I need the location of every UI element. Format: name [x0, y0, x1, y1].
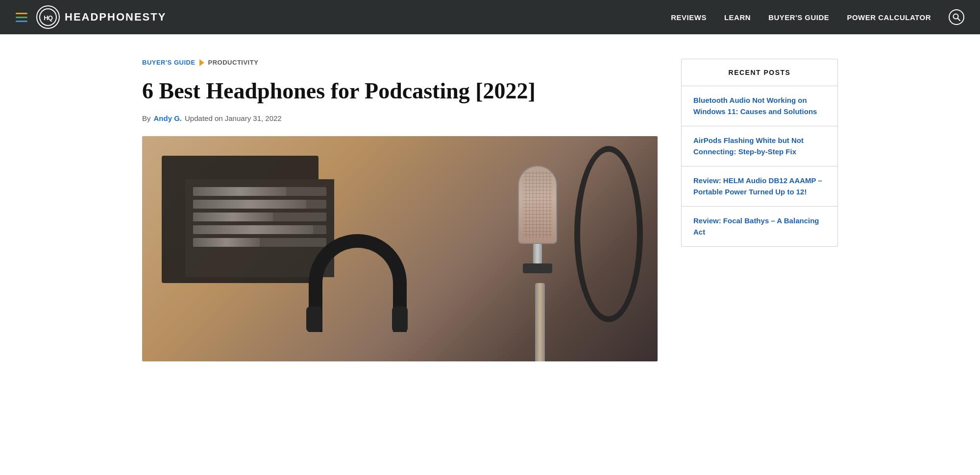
main-column: BUYER'S GUIDE PRODUCTIVITY 6 Best Headph… [142, 59, 658, 361]
recent-post-item-1[interactable]: Bluetooth Audio Not Working on Windows 1… [682, 86, 837, 126]
daw-track-5 [193, 238, 326, 247]
recent-posts-box: RECENT POSTS Bluetooth Audio Not Working… [681, 59, 838, 247]
headphone-ear-left [306, 307, 322, 332]
daw-track-2 [193, 200, 326, 209]
nav-reviews[interactable]: REVIEWS [671, 13, 707, 22]
microphone-grille [518, 166, 557, 244]
daw-track-1 [193, 187, 326, 196]
breadcrumb-child: PRODUCTIVITY [208, 59, 259, 66]
recent-post-link-3[interactable]: Review: HELM Audio DB12 AAAMP – Portable… [693, 176, 822, 196]
microphone-neck [533, 244, 542, 263]
logo-text: HEADPHONESTY [65, 11, 166, 24]
hamburger-menu[interactable] [16, 13, 27, 22]
hamburger-line-3 [16, 21, 27, 22]
microphone-stand [535, 283, 545, 361]
recent-post-item-3[interactable]: Review: HELM Audio DB12 AAAMP – Portable… [682, 166, 837, 207]
breadcrumb: BUYER'S GUIDE PRODUCTIVITY [142, 59, 658, 66]
nav-power-calculator[interactable]: POWER CALCULATOR [847, 13, 931, 22]
recent-posts-header: RECENT POSTS [682, 59, 837, 86]
sidebar: RECENT POSTS Bluetooth Audio Not Working… [681, 59, 838, 247]
breadcrumb-separator-icon [199, 59, 204, 66]
hamburger-line-1 [16, 13, 27, 14]
content-wrap: BUYER'S GUIDE PRODUCTIVITY 6 Best Headph… [113, 34, 867, 381]
breadcrumb-parent[interactable]: BUYER'S GUIDE [142, 59, 196, 66]
recent-post-item-4[interactable]: Review: Focal Bathys – A Balancing Act [682, 207, 837, 246]
search-button[interactable] [949, 9, 964, 25]
logo-link[interactable]: HQ HEADPHONESTY [36, 5, 166, 29]
microphone-body [515, 166, 560, 293]
logo-icon: HQ [36, 5, 60, 29]
svg-line-3 [958, 19, 960, 21]
monitor-background [162, 156, 318, 283]
hamburger-line-2 [16, 17, 27, 18]
article-by-label: By [142, 114, 151, 122]
hero-image-inner [142, 136, 658, 361]
daw-screen [185, 179, 334, 277]
daw-track-4 [193, 225, 326, 234]
pop-filter [574, 146, 643, 322]
recent-posts-title: RECENT POSTS [729, 69, 791, 76]
navbar: HQ HEADPHONESTY REVIEWS LEARN BUYER'S GU… [0, 0, 980, 34]
article-meta: By Andy G. Updated on January 31, 2022 [142, 114, 658, 122]
recent-post-link-2[interactable]: AirPods Flashing White but Not Connectin… [693, 136, 804, 156]
recent-post-item-2[interactable]: AirPods Flashing White but Not Connectin… [682, 126, 837, 166]
svg-text:HQ: HQ [44, 14, 52, 22]
nav-buyers-guide[interactable]: BUYER'S GUIDE [768, 13, 829, 22]
daw-track-3 [193, 213, 326, 221]
article-title: 6 Best Headphones for Podcasting [2022] [142, 78, 612, 104]
article-author-link[interactable]: Andy G. [154, 114, 182, 122]
nav-learn[interactable]: LEARN [724, 13, 751, 22]
headphone-ear-right [392, 307, 408, 332]
recent-post-link-4[interactable]: Review: Focal Bathys – A Balancing Act [693, 216, 819, 236]
navbar-right: REVIEWS LEARN BUYER'S GUIDE POWER CALCUL… [671, 9, 964, 25]
recent-post-link-1[interactable]: Bluetooth Audio Not Working on Windows 1… [693, 96, 817, 116]
article-meta-separator: Updated on January 31, 2022 [185, 114, 282, 122]
search-icon [953, 13, 960, 21]
navbar-left: HQ HEADPHONESTY [16, 5, 166, 29]
microphone-mount [523, 263, 552, 273]
article-hero-image [142, 136, 658, 361]
